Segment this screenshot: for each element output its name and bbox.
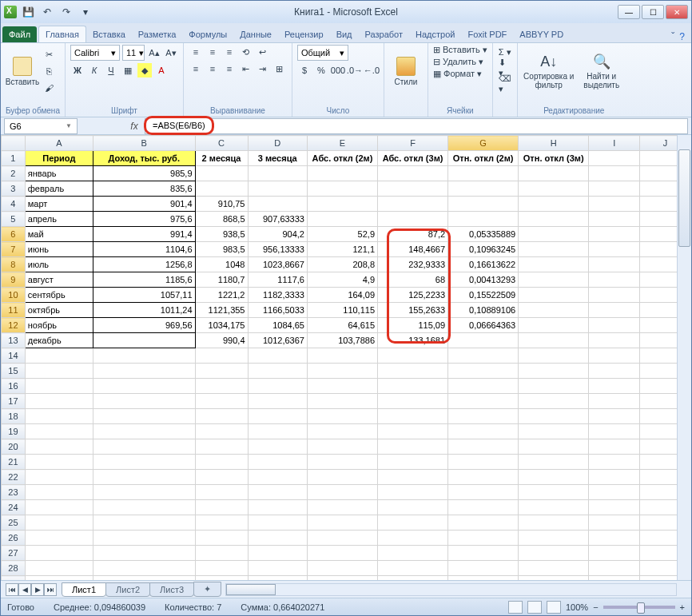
- cell-B7[interactable]: 1104,6: [93, 242, 195, 257]
- cell-B2[interactable]: 985,9: [93, 166, 195, 181]
- cell-G2[interactable]: [448, 166, 519, 181]
- tab-addins[interactable]: Надстрой: [409, 26, 461, 42]
- cell-C11[interactable]: 1121,355: [195, 303, 248, 318]
- formula-input[interactable]: =ABS(E6/B6): [145, 118, 688, 134]
- cell-D12[interactable]: 1084,65: [248, 318, 307, 333]
- cell-G11[interactable]: 0,10889106: [448, 303, 519, 318]
- col-header-F[interactable]: F: [378, 136, 448, 151]
- grow-font-button[interactable]: A▴: [147, 46, 161, 60]
- row-header-3[interactable]: 3: [2, 181, 26, 197]
- cell-D1[interactable]: 3 месяца: [248, 151, 307, 166]
- align-right[interactable]: ≡: [222, 62, 237, 76]
- cell-B10[interactable]: 1057,11: [93, 288, 195, 303]
- cell-F10[interactable]: 125,2233: [378, 288, 448, 303]
- cell-A3[interactable]: февраль: [25, 181, 93, 197]
- sort-filter-button[interactable]: A↓ Сортировка и фильтр: [523, 45, 575, 97]
- cell-B12[interactable]: 969,56: [93, 318, 195, 333]
- col-header-G[interactable]: G: [448, 136, 519, 151]
- cell-H11[interactable]: [519, 303, 589, 318]
- cell-A11[interactable]: октябрь: [25, 303, 93, 318]
- tab-developer[interactable]: Разработ: [359, 26, 409, 42]
- cell-F2[interactable]: [378, 166, 448, 181]
- col-header-H[interactable]: H: [519, 136, 589, 151]
- italic-button[interactable]: К: [87, 63, 101, 77]
- view-normal[interactable]: [508, 601, 523, 614]
- cell-F8[interactable]: 232,9333: [378, 257, 448, 272]
- row-header-25[interactable]: 25: [2, 515, 26, 531]
- cell-G13[interactable]: [448, 333, 519, 348]
- cell-G8[interactable]: 0,16613622: [448, 257, 519, 272]
- cell-B4[interactable]: 901,4: [93, 197, 195, 212]
- row-header-21[interactable]: 21: [2, 455, 26, 470]
- row-header-26[interactable]: 26: [2, 531, 26, 546]
- cell-F7[interactable]: 148,4667: [378, 242, 448, 257]
- row-header-5[interactable]: 5: [2, 212, 26, 227]
- cell-E3[interactable]: [307, 181, 377, 197]
- row-header-17[interactable]: 17: [2, 394, 26, 409]
- row-header-13[interactable]: 13: [2, 333, 26, 348]
- font-color-button[interactable]: A: [154, 63, 169, 77]
- cell-C3[interactable]: [195, 181, 248, 197]
- cell-D5[interactable]: 907,63333: [248, 212, 307, 227]
- row-header-12[interactable]: 12: [2, 318, 26, 333]
- sheet-nav-next[interactable]: ▶: [31, 583, 44, 596]
- cell-D6[interactable]: 904,2: [248, 227, 307, 242]
- row-header-10[interactable]: 10: [2, 288, 26, 303]
- worksheet-grid[interactable]: ABCDEFGHIJ1ПериодДоход, тыс. руб.2 месяц…: [1, 135, 691, 580]
- row-header-15[interactable]: 15: [2, 364, 26, 379]
- cell-H1[interactable]: Отн. откл (3м): [519, 151, 589, 166]
- row-header-7[interactable]: 7: [2, 242, 26, 257]
- sheet-nav-prev[interactable]: ◀: [18, 583, 31, 596]
- cell-H10[interactable]: [519, 288, 589, 303]
- qat-save[interactable]: 💾: [20, 4, 36, 20]
- cell-E5[interactable]: [307, 212, 377, 227]
- view-break[interactable]: [547, 601, 561, 614]
- cell-E10[interactable]: 164,09: [307, 288, 377, 303]
- col-header-C[interactable]: C: [195, 136, 248, 151]
- styles-button[interactable]: Стили: [389, 45, 423, 97]
- select-all[interactable]: [2, 136, 26, 151]
- cut-button[interactable]: ✂: [42, 47, 56, 62]
- cell-F6[interactable]: 87,2: [378, 227, 448, 242]
- cell-B13[interactable]: [93, 333, 195, 348]
- cell-A7[interactable]: июнь: [25, 242, 93, 257]
- cell-E11[interactable]: 110,115: [307, 303, 377, 318]
- cell-F13[interactable]: 133,1681: [378, 333, 448, 348]
- format-painter-button[interactable]: 🖌: [42, 81, 56, 95]
- fill-color-button[interactable]: ◆: [137, 63, 152, 77]
- cell-C10[interactable]: 1221,2: [195, 288, 248, 303]
- tab-foxit[interactable]: Foxit PDF: [461, 26, 513, 42]
- tab-formulas[interactable]: Формулы: [182, 26, 233, 42]
- help-icon[interactable]: ?: [679, 31, 685, 42]
- cell-F12[interactable]: 115,09: [378, 318, 448, 333]
- cell-E1[interactable]: Абс. откл (2м): [307, 151, 377, 166]
- cell-D7[interactable]: 956,13333: [248, 242, 307, 257]
- cell-C7[interactable]: 983,5: [195, 242, 248, 257]
- cell-A10[interactable]: сентябрь: [25, 288, 93, 303]
- find-select-button[interactable]: 🔍 Найти и выделить: [578, 45, 626, 97]
- qat-redo[interactable]: ↷: [58, 4, 74, 20]
- cell-H9[interactable]: [519, 272, 589, 288]
- cell-A4[interactable]: март: [25, 197, 93, 212]
- font-name-select[interactable]: Calibri▾: [70, 45, 120, 61]
- cell-F3[interactable]: [378, 181, 448, 197]
- row-header-24[interactable]: 24: [2, 500, 26, 515]
- minimize-button[interactable]: —: [618, 5, 640, 19]
- row-header-18[interactable]: 18: [2, 409, 26, 424]
- cell-D3[interactable]: [248, 181, 307, 197]
- zoom-slider[interactable]: [603, 606, 675, 609]
- col-header-A[interactable]: A: [25, 136, 93, 151]
- cell-B8[interactable]: 1256,8: [93, 257, 195, 272]
- paste-button[interactable]: Вставить: [6, 45, 39, 97]
- cell-E8[interactable]: 208,8: [307, 257, 377, 272]
- col-header-D[interactable]: D: [248, 136, 307, 151]
- tab-layout[interactable]: Разметка: [132, 26, 183, 42]
- cell-D10[interactable]: 1182,3333: [248, 288, 307, 303]
- cell-H13[interactable]: [519, 333, 589, 348]
- cell-E13[interactable]: 103,7886: [307, 333, 377, 348]
- cell-C9[interactable]: 1180,7: [195, 272, 248, 288]
- cell-B3[interactable]: 835,6: [93, 181, 195, 197]
- row-header-22[interactable]: 22: [2, 470, 26, 485]
- row-header-11[interactable]: 11: [2, 303, 26, 318]
- sheet-nav-first[interactable]: ⏮: [6, 583, 18, 596]
